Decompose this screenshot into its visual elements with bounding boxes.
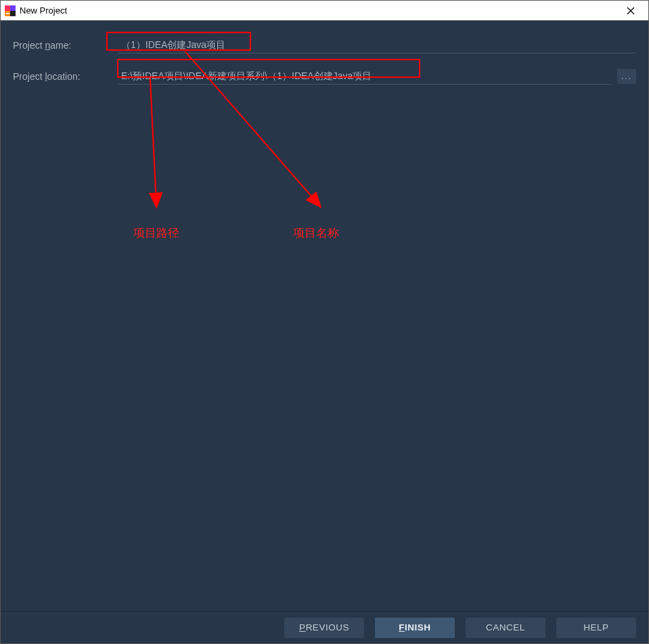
project-location-row: Project location: ...: [13, 68, 636, 85]
titlebar: New Project: [1, 1, 648, 21]
arrow-path: [150, 78, 156, 206]
project-location-input[interactable]: [118, 68, 612, 85]
content-area: Project name: Project location: ...: [1, 21, 648, 611]
browse-location-button[interactable]: ...: [617, 69, 636, 84]
previous-button[interactable]: PREVIOUS: [284, 618, 364, 638]
annotation-overlay: [1, 21, 648, 611]
svg-rect-2: [10, 5, 16, 11]
project-name-row: Project name:: [13, 37, 636, 53]
close-button[interactable]: [617, 1, 644, 20]
svg-rect-1: [5, 5, 10, 11]
window-title: New Project: [20, 5, 67, 16]
help-button[interactable]: HELP: [556, 618, 636, 638]
annotation-path-label: 项目路径: [133, 225, 179, 241]
new-project-dialog: New Project Project name: Project locati…: [0, 0, 649, 644]
project-name-input[interactable]: [118, 37, 636, 53]
close-icon: [627, 7, 635, 15]
project-location-label: Project location:: [13, 71, 118, 82]
button-bar: PREVIOUS FINISH CANCEL HELP: [1, 611, 648, 643]
svg-rect-4: [6, 13, 9, 14]
finish-button[interactable]: FINISH: [375, 618, 455, 638]
annotation-name-label: 项目名称: [293, 225, 339, 241]
project-name-label: Project name:: [13, 40, 118, 51]
cancel-button[interactable]: CANCEL: [466, 618, 545, 638]
intellij-icon: [5, 5, 16, 16]
